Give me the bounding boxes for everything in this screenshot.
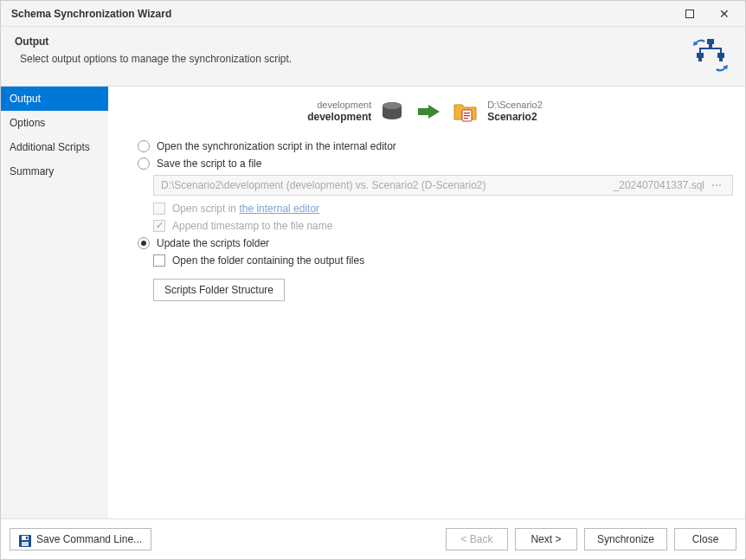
- sidebar-item-output[interactable]: Output: [1, 87, 108, 111]
- next-button[interactable]: Next >: [515, 528, 577, 550]
- back-button[interactable]: < Back: [446, 528, 508, 550]
- save-command-line-button[interactable]: Save Command Line...: [10, 528, 151, 550]
- checkbox-open-script-in[interactable]: Open script in the internal editor: [153, 203, 733, 215]
- button-label: Save Command Line...: [36, 529, 142, 550]
- checkbox-append-timestamp[interactable]: ✓ Append timestamp to the file name: [153, 220, 733, 232]
- sidebar-item-additional-scripts[interactable]: Additional Scripts: [1, 135, 108, 159]
- radio-open-internal[interactable]: Open the synchronization script in the i…: [138, 140, 733, 152]
- sidebar-item-label: Additional Scripts: [10, 141, 90, 153]
- target-block: D:\Scenario2 Scenario2: [453, 99, 543, 125]
- checkbox-icon: [153, 203, 165, 215]
- internal-editor-link[interactable]: the internal editor: [239, 203, 319, 215]
- target-bot: Scenario2: [487, 111, 543, 125]
- svg-rect-15: [464, 115, 470, 116]
- svg-rect-4: [717, 53, 724, 58]
- sidebar-item-label: Options: [10, 117, 45, 129]
- svg-point-11: [383, 102, 402, 109]
- file-suffix: _202407041337.sql: [614, 179, 704, 191]
- radio-label: Save the script to a file: [157, 158, 261, 170]
- sidebar-item-label: Summary: [10, 165, 54, 177]
- wizard-header: Output Select output options to manage t…: [1, 27, 745, 87]
- arrow-right-icon: [416, 105, 441, 119]
- svg-rect-2: [697, 53, 704, 58]
- radio-update-scripts-folder[interactable]: Update the scripts folder: [138, 237, 733, 249]
- checkbox-open-folder[interactable]: Open the folder containing the output fi…: [153, 254, 733, 267]
- radio-icon: [138, 158, 150, 170]
- checkbox-icon: [153, 254, 165, 267]
- radio-label: Open the synchronization script in the i…: [157, 140, 396, 152]
- source-bot: development: [307, 111, 371, 125]
- sidebar-item-options[interactable]: Options: [1, 111, 108, 135]
- radio-icon: [138, 237, 150, 249]
- radio-icon: [138, 140, 150, 152]
- synchronize-button[interactable]: Synchronize: [584, 528, 667, 550]
- radio-dot-icon: [141, 241, 146, 246]
- file-path-input[interactable]: D:\Scenario2\development (development) v…: [153, 175, 733, 196]
- svg-marker-12: [418, 105, 440, 119]
- file-path-text: D:\Scenario2\development (development) v…: [161, 179, 486, 191]
- radio-save-to-file[interactable]: Save the script to a file: [138, 158, 733, 170]
- source-labels: development development: [307, 99, 371, 125]
- save-icon: [19, 533, 31, 545]
- svg-rect-14: [464, 113, 470, 113]
- svg-rect-20: [26, 537, 28, 539]
- svg-rect-7: [699, 48, 701, 53]
- wizard-main: development development: [108, 87, 745, 518]
- checkbox-label: Open the folder containing the output fi…: [172, 254, 364, 267]
- maximize-icon: [685, 10, 694, 18]
- wizard-sidebar: Output Options Additional Scripts Summar…: [1, 87, 108, 518]
- svg-rect-16: [464, 118, 468, 119]
- radio-label: Update the scripts folder: [157, 237, 269, 249]
- source-block: development development: [307, 99, 404, 125]
- connection-summary: development development: [117, 99, 733, 125]
- scripts-folder-structure-button[interactable]: Scripts Folder Structure: [153, 279, 285, 301]
- database-icon: [380, 101, 404, 122]
- svg-rect-3: [698, 58, 702, 61]
- checkbox-label: Append timestamp to the file name: [172, 220, 332, 232]
- svg-rect-9: [710, 44, 711, 48]
- check-icon: ✓: [156, 221, 164, 230]
- target-top: D:\Scenario2: [487, 99, 543, 111]
- svg-rect-19: [22, 542, 29, 546]
- target-labels: D:\Scenario2 Scenario2: [487, 99, 543, 125]
- source-top: development: [307, 99, 371, 111]
- checkbox-icon: ✓: [153, 220, 165, 232]
- sync-schema-icon: [690, 37, 731, 74]
- close-icon: ✕: [719, 8, 730, 20]
- window-title: Schema Synchronization Wizard: [11, 8, 672, 20]
- header-subtitle: Select output options to manage the sync…: [15, 53, 683, 65]
- folder-scripts-icon: [453, 101, 479, 122]
- file-path-row: D:\Scenario2\development (development) v…: [153, 175, 733, 196]
- title-bar: Schema Synchronization Wizard ✕: [1, 1, 745, 27]
- checkbox-label: Open script in the internal editor: [172, 203, 319, 215]
- svg-rect-8: [720, 48, 722, 53]
- svg-rect-0: [707, 39, 714, 44]
- close-window-button[interactable]: ✕: [707, 2, 742, 26]
- sidebar-item-label: Output: [10, 93, 41, 105]
- browse-ellipsis-icon[interactable]: ⋯: [708, 179, 725, 191]
- wizard-footer: Save Command Line... < Back Next > Synch…: [1, 518, 745, 559]
- maximize-button[interactable]: [672, 2, 707, 26]
- svg-rect-5: [719, 58, 723, 61]
- header-title: Output: [15, 35, 683, 48]
- header-text: Output Select output options to manage t…: [15, 35, 683, 65]
- sidebar-item-summary[interactable]: Summary: [1, 159, 108, 183]
- wizard-body: Output Options Additional Scripts Summar…: [1, 87, 745, 518]
- close-button[interactable]: Close: [674, 528, 736, 550]
